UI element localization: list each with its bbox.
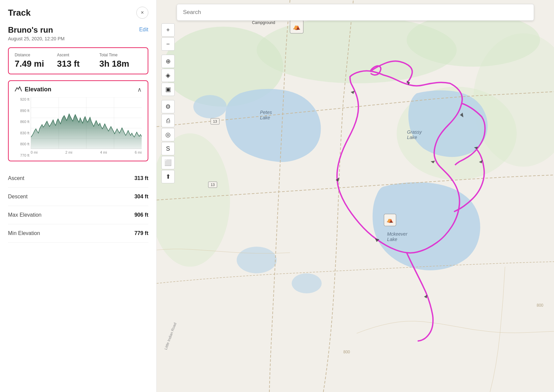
svg-text:13: 13	[213, 119, 217, 123]
left-panel: Track × Bruno's run Edit August 25, 2020…	[0, 0, 157, 392]
elevation-header: Elevation ∧	[15, 86, 142, 93]
svg-text:⛺: ⛺	[387, 217, 393, 223]
detail-row: Max Elevation906 ft	[8, 206, 148, 224]
detail-row: Min Elevation779 ft	[8, 224, 148, 243]
panel-title: Track	[8, 8, 31, 18]
detail-label: Max Elevation	[8, 212, 42, 218]
svg-text:800: 800	[537, 303, 543, 308]
detail-stats: Ascent313 ftDescent304 ftMax Elevation90…	[8, 169, 148, 243]
detail-label: Ascent	[8, 175, 24, 181]
detail-value: 779 ft	[134, 230, 148, 236]
ascent-label: Ascent	[57, 53, 99, 57]
upload-button[interactable]: ⬆	[161, 170, 175, 183]
ascent-stat: Ascent 313 ft	[57, 53, 99, 69]
elevation-icon	[15, 86, 22, 93]
map-panel: +−⊕◈▣⚙⎙◎S⬜⬆ 800 800	[157, 0, 554, 392]
folder-button[interactable]: ▣	[161, 83, 175, 96]
detail-value: 906 ft	[134, 212, 148, 218]
svg-text:800: 800	[343, 350, 350, 354]
detail-row: Descent304 ft	[8, 188, 148, 206]
select-button[interactable]: ⬜	[161, 156, 175, 169]
edit-button[interactable]: Edit	[139, 25, 148, 33]
distance-value: 7.49 mi	[15, 59, 57, 69]
elevation-title: Elevation	[25, 86, 51, 93]
detail-value: 313 ft	[134, 175, 148, 181]
zoom-out-button[interactable]: −	[161, 37, 175, 51]
total-time-value: 3h 18m	[99, 59, 142, 69]
route-button[interactable]: S	[161, 142, 175, 155]
map-toolbar: +−⊕◈▣⚙⎙◎S⬜⬆	[161, 23, 175, 183]
svg-point-16	[193, 95, 227, 118]
detail-label: Min Elevation	[8, 230, 40, 236]
close-button[interactable]: ×	[136, 7, 148, 19]
distance-stat: Distance 7.49 mi	[15, 53, 57, 69]
zoom-in-button[interactable]: +	[161, 23, 175, 37]
location-button[interactable]: ⊕	[161, 55, 175, 68]
distance-label: Distance	[15, 53, 57, 57]
svg-text:⛺: ⛺	[293, 23, 301, 30]
search-input[interactable]	[177, 4, 534, 21]
x-axis-labels: 0 mi 2 mi 4 mi 6 mi	[31, 150, 142, 154]
detail-row: Ascent313 ft	[8, 169, 148, 188]
elevation-collapse-button[interactable]: ∧	[137, 86, 142, 93]
ascent-value: 313 ft	[57, 59, 99, 69]
panel-header: Track ×	[8, 7, 148, 19]
detail-label: Descent	[8, 194, 28, 200]
total-time-label: Total Time	[99, 53, 142, 57]
track-date: August 25, 2020, 12:20 PM	[8, 36, 148, 41]
layers-button[interactable]: ◈	[161, 69, 175, 82]
waypoint-button[interactable]: ◎	[161, 128, 175, 141]
stats-box: Distance 7.49 mi Ascent 313 ft Total Tim…	[8, 47, 148, 74]
detail-value: 304 ft	[134, 194, 148, 200]
elevation-chart: 920 ft 890 ft 860 ft 830 ft 800 ft 770 f…	[15, 97, 142, 157]
search-bar	[177, 4, 534, 21]
svg-point-17	[237, 247, 277, 273]
track-name-row: Bruno's run Edit	[8, 25, 148, 35]
svg-text:13: 13	[211, 183, 215, 187]
print-button[interactable]: ⎙	[161, 114, 175, 127]
chart-area	[31, 97, 142, 149]
settings-button[interactable]: ⚙	[161, 100, 175, 113]
svg-point-18	[292, 273, 322, 293]
elevation-box: Elevation ∧ 920 ft 890 ft 860 ft 830 ft …	[8, 80, 148, 161]
track-name: Bruno's run	[8, 25, 53, 35]
y-axis-labels: 920 ft 890 ft 860 ft 830 ft 800 ft 770 f…	[15, 97, 31, 157]
total-time-stat: Total Time 3h 18m	[99, 53, 142, 69]
